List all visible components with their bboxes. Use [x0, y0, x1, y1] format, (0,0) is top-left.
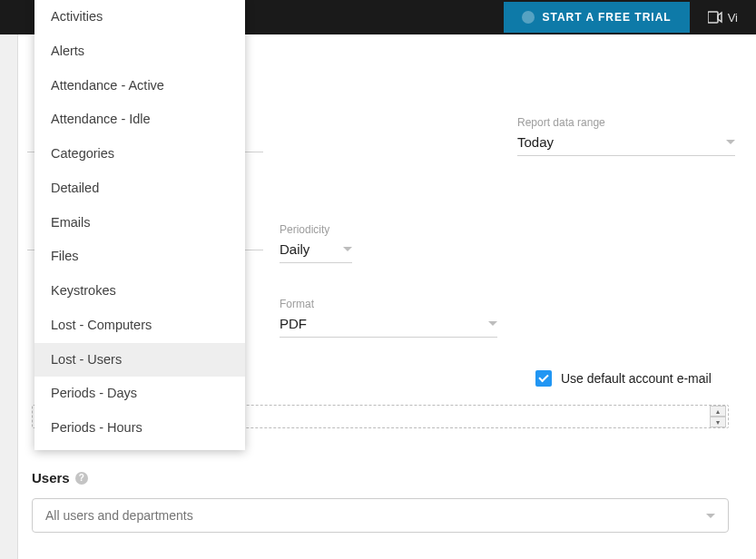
periodicity-value-row: Daily [280, 238, 352, 263]
start-trial-label: START A FREE TRIAL [542, 11, 671, 24]
format-label: Format [280, 298, 497, 310]
dropdown-item[interactable]: Alerts [34, 34, 245, 69]
users-select-placeholder: All users and departments [45, 508, 193, 523]
stepper: ▴ ▾ [710, 406, 726, 427]
topbar-right-link[interactable]: Vi [708, 11, 738, 25]
dropdown-item[interactable]: Attendance - Idle [34, 103, 245, 137]
dropdown-item[interactable]: Keystrokes [34, 274, 245, 309]
range-label: Report data range [517, 116, 735, 129]
periodicity-label: Periodicity [280, 223, 352, 236]
users-heading: Users ? [32, 470, 729, 485]
stepper-up-button[interactable]: ▴ [710, 406, 726, 417]
topbar-right-label: Vi [728, 11, 738, 25]
stepper-down-button[interactable]: ▾ [710, 417, 726, 427]
check-icon [538, 372, 548, 382]
users-select[interactable]: All users and departments [32, 498, 729, 533]
range-value: Today [517, 134, 554, 150]
report-data-range-field[interactable]: Report data range Today [517, 116, 735, 156]
dropdown-item[interactable]: Attendance - Active [34, 69, 245, 103]
dropdown-item[interactable]: Emails [34, 206, 245, 240]
default-email-row: Use default account e-mail [535, 370, 712, 387]
users-section: Users ? All users and departments [32, 470, 729, 533]
chevron-down-icon [726, 140, 735, 144]
clock-icon [522, 11, 535, 24]
report-type-dropdown: ActivitiesAlertsAttendance - ActiveAtten… [34, 0, 245, 450]
help-icon[interactable]: ? [75, 472, 88, 485]
video-icon [708, 11, 722, 24]
range-value-row: Today [517, 131, 735, 156]
default-email-label: Use default account e-mail [561, 371, 712, 386]
dropdown-scroll[interactable]: ActivitiesAlertsAttendance - ActiveAtten… [34, 0, 245, 450]
dropdown-item[interactable]: Periods - Weekdays [34, 446, 245, 450]
dropdown-item[interactable]: Periods - Hours [34, 411, 245, 446]
dropdown-item[interactable]: Categories [34, 137, 245, 172]
start-trial-button[interactable]: START A FREE TRIAL [504, 2, 689, 33]
periodicity-value: Daily [280, 241, 309, 257]
dropdown-item[interactable]: Detailed [34, 172, 245, 206]
chevron-down-icon [706, 514, 715, 518]
format-value: PDF [280, 316, 307, 331]
chevron-down-icon [488, 321, 497, 326]
default-email-checkbox[interactable] [535, 370, 552, 387]
chevron-down-icon [343, 247, 352, 251]
dropdown-item[interactable]: Activities [34, 0, 245, 34]
format-field[interactable]: Format PDF [280, 298, 497, 338]
periodicity-field[interactable]: Periodicity Daily [280, 223, 352, 263]
dropdown-item[interactable]: Lost - Users [34, 343, 245, 378]
dropdown-item[interactable]: Periods - Days [34, 377, 245, 411]
dropdown-item[interactable]: Files [34, 240, 245, 274]
left-gutter [0, 34, 18, 559]
format-value-row: PDF [280, 312, 497, 338]
svg-rect-0 [708, 12, 718, 23]
dropdown-item[interactable]: Lost - Computers [34, 309, 245, 343]
users-heading-text: Users [32, 470, 70, 485]
